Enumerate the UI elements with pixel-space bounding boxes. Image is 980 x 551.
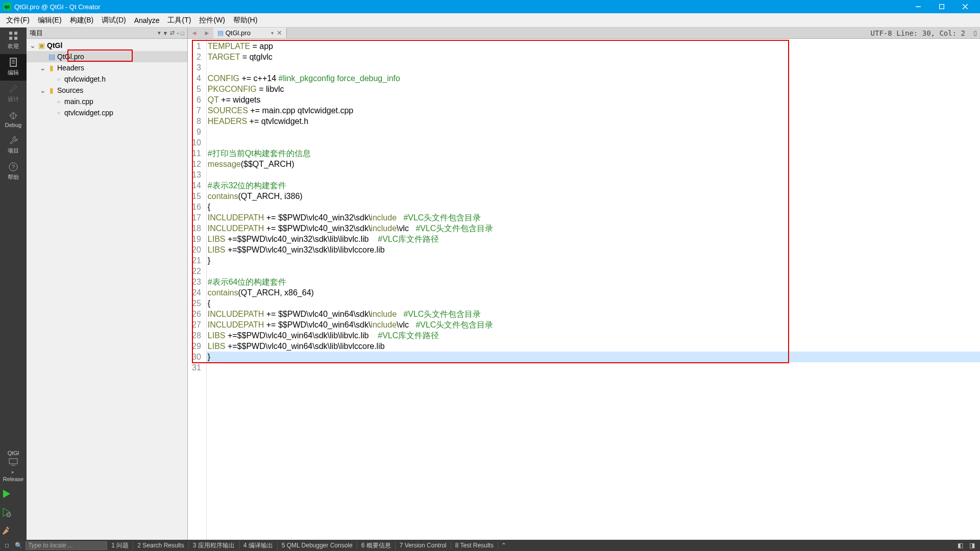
svg-rect-4 [9, 32, 12, 35]
dropdown-icon[interactable]: ▾ [158, 30, 161, 36]
run-debug-button[interactable] [0, 503, 27, 521]
chevron-down-icon: ⌄ [39, 86, 47, 94]
svg-rect-5 [14, 32, 17, 35]
editor-region: ◄ ► ▤ QtGl.pro ▾ ✕ UTF-8 Line: 30, Col: … [188, 28, 980, 540]
bug-icon [8, 110, 18, 120]
toggle-right-icon[interactable]: ◨ [966, 542, 978, 549]
editor-tabbar: ◄ ► ▤ QtGl.pro ▾ ✕ UTF-8 Line: 30, Col: … [188, 28, 980, 39]
tree-label: Headers [57, 64, 84, 72]
mode-help[interactable]: ? 帮助 [0, 159, 27, 185]
tree-label: QtGl [47, 41, 62, 49]
menu-debug[interactable]: 调试(D) [97, 14, 130, 27]
placeholder-text: Type to locate ... [28, 542, 73, 549]
output-pane-general[interactable]: 6 概要信息 [357, 541, 396, 550]
project-panel-title: 项目 [30, 29, 156, 38]
project-panel: 项目 ▾ ▼ ⇄ ▫ □ ⌄ ▣ QtGl ▤ QtGl.pro ⌄ ▮ Hea… [27, 28, 188, 540]
menu-build[interactable]: 构建(B) [66, 14, 98, 27]
menu-help[interactable]: 帮助(H) [229, 14, 261, 27]
project-tree: ⌄ ▣ QtGl ▤ QtGl.pro ⌄ ▮ Headers ▫ qtvlcw… [27, 39, 187, 540]
help-icon: ? [8, 162, 18, 172]
close-panel-icon[interactable]: □ [181, 30, 184, 36]
menu-bar: 文件(F) 编辑(E) 构建(B) 调试(D) Analyze 工具(T) 控件… [0, 13, 980, 28]
line-gutter: 1234567891011121314151617181920212223242… [188, 39, 206, 540]
play-icon [0, 488, 12, 500]
qtcreator-icon: qc [3, 3, 11, 11]
nav-back-icon[interactable]: ◄ [188, 29, 201, 37]
locator-icon[interactable]: □ [2, 542, 12, 549]
menu-widgets[interactable]: 控件(W) [195, 14, 229, 27]
monitor-icon [7, 458, 19, 467]
svg-rect-8 [10, 58, 16, 66]
mode-toolbar: 欢迎 编辑 设计 Debug 项目 ? 帮助 QtGl ▸ Release [0, 28, 27, 540]
mode-design[interactable]: 设计 [0, 81, 27, 107]
mode-welcome[interactable]: 欢迎 [0, 28, 27, 54]
output-pane-search[interactable]: 2 Search Results [133, 542, 188, 549]
mode-edit[interactable]: 编辑 [0, 54, 27, 81]
profile-icon: ▤ [217, 29, 224, 37]
mode-label: 项目 [8, 147, 19, 154]
mode-label: 编辑 [8, 69, 19, 76]
split-h-icon[interactable]: ▯ [970, 29, 980, 37]
svg-rect-1 [940, 5, 944, 9]
project-icon: ▣ [37, 41, 46, 49]
code-editor[interactable]: 1234567891011121314151617181920212223242… [188, 39, 980, 540]
mode-label: Debug [5, 122, 21, 128]
build-button[interactable] [0, 521, 27, 540]
minimize-button[interactable] [906, 0, 930, 13]
tree-header-file[interactable]: ▫ qtvlcwidget.h [27, 73, 187, 85]
output-bar: □ 🔍 Type to locate ... 1 问题 2 Search Res… [0, 540, 980, 551]
chevron-up-icon[interactable]: ⌃ [498, 542, 509, 549]
title-bar: qc QtGl.pro @ QtGl - Qt Creator [0, 0, 980, 13]
kit-selector[interactable]: QtGl ▸ Release [2, 447, 24, 485]
mode-label: 帮助 [8, 174, 19, 180]
chevron-down-icon[interactable]: ▾ [271, 30, 274, 36]
output-pane-issues[interactable]: 1 问题 [107, 541, 133, 550]
pencil-icon [8, 84, 18, 94]
menu-tools[interactable]: 工具(T) [163, 14, 195, 27]
run-button[interactable] [0, 485, 27, 503]
kit-config: Release [3, 475, 23, 483]
output-pane-qml[interactable]: 5 QML Debugger Console [278, 542, 357, 549]
menu-file[interactable]: 文件(F) [2, 14, 34, 27]
hammer-icon [0, 524, 12, 537]
toggle-sidebar-icon[interactable]: ◧ [954, 542, 966, 549]
output-pane-compile[interactable]: 4 编译输出 [239, 541, 278, 550]
code-area[interactable]: TEMPLATE = appTARGET = qtglvlc CONFIG +=… [206, 39, 980, 540]
filter-icon[interactable]: ▼ [163, 30, 168, 36]
locator-input[interactable]: Type to locate ... [26, 541, 107, 550]
nav-forward-icon[interactable]: ► [201, 29, 213, 37]
tree-label: qtvlcwidget.h [64, 75, 106, 83]
svg-point-20 [7, 513, 11, 517]
tree-source-file[interactable]: ▫ qtvlcwidget.cpp [27, 107, 187, 118]
menu-edit[interactable]: 编辑(E) [34, 14, 66, 27]
tree-sources-folder[interactable]: ⌄ ▮ Sources [27, 85, 187, 96]
h-file-icon: ▫ [54, 75, 63, 83]
tree-source-file[interactable]: ▫ main.cpp [27, 96, 187, 107]
output-pane-vcs[interactable]: 7 Version Control [396, 542, 451, 549]
document-icon [8, 57, 18, 67]
link-icon[interactable]: ⇄ [170, 30, 175, 36]
project-panel-header: 项目 ▾ ▼ ⇄ ▫ □ [27, 28, 187, 39]
tree-project-root[interactable]: ⌄ ▣ QtGl [27, 40, 187, 51]
folder-icon: ▮ [47, 64, 56, 72]
mode-debug[interactable]: Debug [0, 107, 27, 132]
editor-tab[interactable]: ▤ QtGl.pro ▾ ✕ [213, 28, 287, 38]
mode-projects[interactable]: 项目 [0, 132, 27, 159]
mode-label: 设计 [8, 96, 19, 102]
wrench-icon [8, 135, 18, 145]
tree-pro-file[interactable]: ▤ QtGl.pro [27, 51, 187, 62]
split-icon[interactable]: ▫ [177, 30, 179, 36]
tree-label: QtGl.pro [57, 53, 84, 61]
search-icon[interactable]: 🔍 [12, 542, 26, 549]
output-pane-tests[interactable]: 8 Test Results [451, 542, 498, 549]
mode-label: 欢迎 [8, 43, 19, 49]
output-pane-appoutput[interactable]: 3 应用程序输出 [189, 541, 239, 550]
close-button[interactable] [953, 0, 977, 13]
kit-project: QtGl [3, 449, 23, 457]
close-tab-icon[interactable]: ✕ [277, 29, 282, 37]
tree-headers-folder[interactable]: ⌄ ▮ Headers [27, 62, 187, 73]
menu-analyze[interactable]: Analyze [130, 14, 164, 27]
maximize-button[interactable] [930, 0, 953, 13]
cpp-file-icon: ▫ [54, 109, 63, 117]
folder-icon: ▮ [47, 86, 56, 94]
